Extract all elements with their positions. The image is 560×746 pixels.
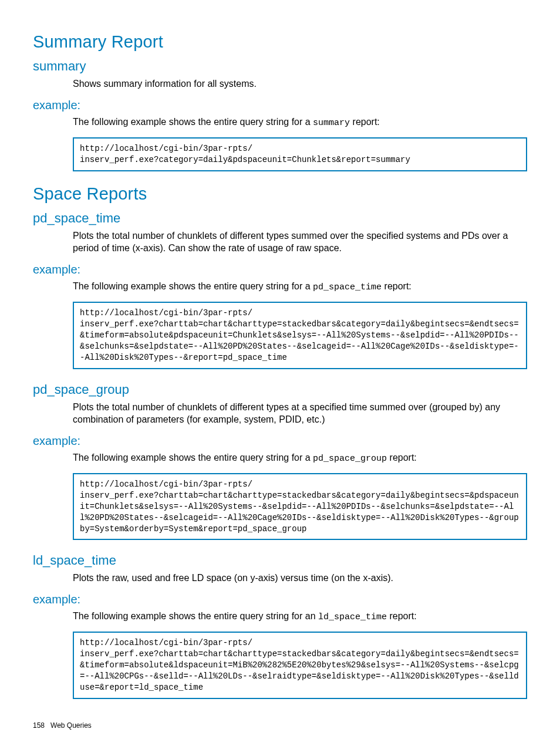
heading-pd-space-time: pd_space_time bbox=[33, 211, 527, 226]
heading-summary-report: Summary Report bbox=[33, 32, 527, 52]
pd-space-time-example-prefix: The following example shows the entire q… bbox=[73, 281, 313, 291]
summary-example-code-name: summary bbox=[313, 118, 350, 128]
page-footer: 158Web Queries bbox=[33, 721, 92, 730]
page-number: 158 bbox=[33, 721, 45, 730]
ld-space-time-description: Plots the raw, used and free LD space (o… bbox=[33, 572, 527, 585]
pd-space-group-example-intro: The following example shows the entire q… bbox=[33, 451, 527, 465]
footer-section: Web Queries bbox=[50, 721, 92, 730]
pd-space-time-example-suffix: report: bbox=[382, 281, 411, 291]
pd-space-time-code-block: http://localhost/cgi-bin/3par-rpts/ inse… bbox=[73, 302, 527, 369]
ld-space-time-code-block: http://localhost/cgi-bin/3par-rpts/ inse… bbox=[73, 632, 527, 698]
pd-space-group-description: Plots the total number of chunklets of d… bbox=[33, 401, 527, 426]
pd-space-time-example-intro: The following example shows the entire q… bbox=[33, 280, 527, 293]
ld-space-time-example-suffix: report: bbox=[387, 611, 417, 621]
heading-example-3: example: bbox=[33, 434, 527, 448]
heading-example-1: example: bbox=[33, 99, 527, 112]
heading-ld-space-time: ld_space_time bbox=[33, 553, 527, 568]
summary-description: Shows summary information for all system… bbox=[33, 77, 527, 90]
heading-space-reports: Space Reports bbox=[33, 184, 527, 204]
ld-space-time-example-code-name: ld_space_time bbox=[318, 612, 387, 622]
pd-space-time-example-code-name: pd_space_time bbox=[313, 282, 382, 292]
heading-pd-space-group: pd_space_group bbox=[33, 382, 527, 397]
pd-space-group-example-code-name: pd_space_group bbox=[313, 454, 387, 464]
ld-space-time-example-intro: The following example shows the entire q… bbox=[33, 610, 527, 623]
summary-example-intro: The following example shows the entire q… bbox=[33, 116, 527, 129]
pd-space-time-description: Plots the total number of chunklets of d… bbox=[33, 229, 527, 255]
heading-example-4: example: bbox=[33, 593, 527, 606]
pd-space-group-example-suffix: report: bbox=[387, 453, 417, 463]
summary-example-suffix: report: bbox=[350, 117, 380, 127]
summary-code-block: http://localhost/cgi-bin/3par-rpts/ inse… bbox=[73, 137, 527, 171]
summary-example-prefix: The following example shows the entire q… bbox=[73, 117, 313, 127]
heading-summary: summary bbox=[33, 59, 527, 74]
ld-space-time-example-prefix: The following example shows the entire q… bbox=[73, 611, 318, 621]
pd-space-group-example-prefix: The following example shows the entire q… bbox=[73, 453, 313, 463]
pd-space-group-code-block: http://localhost/cgi-bin/3par-rpts/ inse… bbox=[73, 473, 527, 540]
heading-example-2: example: bbox=[33, 263, 527, 276]
